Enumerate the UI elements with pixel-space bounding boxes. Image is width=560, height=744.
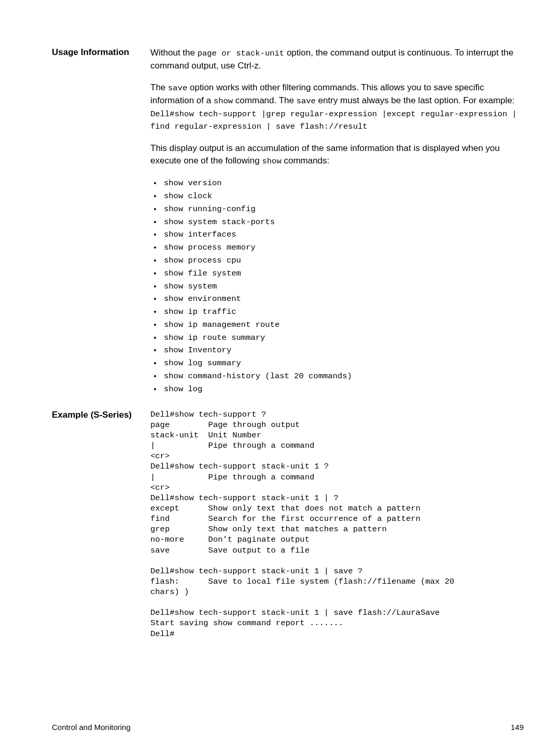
mono-span: page or stack-unit xyxy=(198,49,284,58)
list-item: show log summary xyxy=(162,357,524,370)
list-item: show running-config xyxy=(162,203,524,216)
example-label: Example (S-Series) xyxy=(52,409,150,421)
list-item: show command-history (last 20 commands) xyxy=(162,370,524,383)
text-span: commands: xyxy=(282,156,330,166)
text-span: The xyxy=(150,82,168,92)
list-item: show Inventory xyxy=(162,344,524,357)
terminal-output: Dell#show tech-support ? page Page throu… xyxy=(150,409,524,639)
footer-page-number: 149 xyxy=(511,723,524,732)
list-item: show version xyxy=(162,177,524,190)
footer-left: Control and Monitoring xyxy=(52,723,131,732)
text-span: command. The xyxy=(233,95,297,105)
list-item: show process memory xyxy=(162,241,524,254)
usage-para3: This display output is an accumulation o… xyxy=(150,142,524,168)
page-footer: Control and Monitoring 149 xyxy=(52,723,524,732)
section-usage: Usage Information Without the page or st… xyxy=(52,47,524,400)
list-item: show ip route summary xyxy=(162,332,524,345)
example-content: Dell#show tech-support ? page Page throu… xyxy=(150,409,524,639)
list-item: show log xyxy=(162,383,524,396)
page-container: Usage Information Without the page or st… xyxy=(0,0,560,744)
list-item: show system stack-ports xyxy=(162,216,524,229)
list-item: show ip traffic xyxy=(162,306,524,319)
text-span: entry must always be the last option. Fo… xyxy=(316,95,515,105)
mono-span: show xyxy=(214,97,233,106)
list-item: show environment xyxy=(162,293,524,306)
mono-span: show xyxy=(262,157,281,166)
text-span: Without the xyxy=(150,48,198,58)
usage-para2: The save option works with other filteri… xyxy=(150,81,524,133)
section-example: Example (S-Series) Dell#show tech-suppor… xyxy=(52,409,524,639)
usage-label: Usage Information xyxy=(52,47,150,59)
usage-bullet-list: show version show clock show running-con… xyxy=(150,177,524,396)
mono-span: save xyxy=(168,84,187,93)
list-item: show file system xyxy=(162,267,524,280)
list-item: show process cpu xyxy=(162,254,524,267)
list-item: show clock xyxy=(162,190,524,203)
usage-content: Without the page or stack-unit option, t… xyxy=(150,47,524,400)
list-item: show system xyxy=(162,280,524,293)
mono-span: save xyxy=(297,97,316,106)
mono-span: Dell#show tech-support |grep regular-exp… xyxy=(150,109,517,132)
usage-para1: Without the page or stack-unit option, t… xyxy=(150,47,524,72)
list-item: show interfaces xyxy=(162,228,524,241)
list-item: show ip management route xyxy=(162,319,524,332)
